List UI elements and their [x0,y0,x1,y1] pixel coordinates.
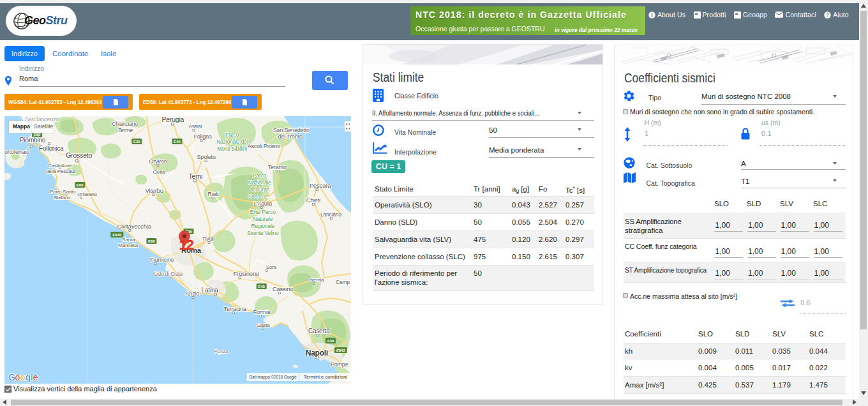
svg-text:G: G [8,372,15,382]
svg-text:E80: E80 [148,239,155,243]
svg-text:Pescara: Pescara [310,182,331,189]
svg-text:Caserta: Caserta [308,327,330,335]
svg-text:Lanciano: Lanciano [320,211,341,218]
svg-text:Sora: Sora [266,264,277,270]
svg-text:Perugia: Perugia [161,116,184,123]
svg-text:Terme: Terme [118,127,133,133]
svg-text:del Tronto: del Tronto [278,133,303,140]
svg-text:e: e [33,372,38,382]
svg-text:Anzio: Anzio [186,290,200,297]
svg-text:Monti Sibillini: Monti Sibillini [217,146,247,152]
svg-text:?: ? [826,12,829,18]
svg-text:E840: E840 [112,233,122,237]
svg-text:E842: E842 [336,349,346,352]
svg-text:Gaeta: Gaeta [257,322,271,328]
svg-text:ortoferraio: ortoferraio [4,149,29,155]
svg-text:Pompe: Pompe [331,361,348,368]
svg-text:Napoli: Napoli [306,349,328,357]
svg-text:Rieti: Rieti [208,191,219,197]
svg-text:Stefano: Stefano [54,195,71,200]
svg-text:E45: E45 [258,285,265,289]
svg-text:Ente Parco: Ente Parco [250,209,276,215]
svg-text:Sirente Velino: Sirente Velino [247,230,279,236]
svg-text:Dati mappa ©2018 Google: Dati mappa ©2018 Google [250,375,297,380]
svg-text:della Pescaia: della Pescaia [46,169,75,174]
svg-text:Tivoli: Tivoli [202,236,215,242]
svg-text:Chieti: Chieti [306,197,320,204]
svg-text:Civita: Civita [153,169,165,175]
svg-text:Regionale: Regionale [251,223,274,229]
svg-text:Civitavecchia: Civitavecchia [117,223,151,230]
svg-text:E80: E80 [77,183,84,187]
svg-text:Fiumicino: Fiumicino [150,257,174,263]
svg-text:Teramo: Teramo [268,164,287,170]
svg-text:Nazionale: Nazionale [248,179,272,186]
svg-text:E45: E45 [174,140,181,144]
svg-text:Orvieto: Orvieto [149,158,167,165]
svg-text:Santa: Santa [122,237,135,243]
svg-text:Spoleto: Spoleto [197,154,216,160]
svg-text:12: 12 [179,237,194,253]
svg-text:Viterbo: Viterbo [145,187,163,194]
svg-text:Naturale: Naturale [253,216,273,222]
svg-text:g: g [26,372,31,382]
svg-text:Isernia: Isernia [310,277,324,283]
svg-text:Frosinone: Frosinone [234,270,259,277]
svg-text:Parco: Parco [225,132,239,138]
svg-text:Latina: Latina [202,287,219,294]
svg-text:Satellite: Satellite [34,124,54,130]
svg-text:Castiglione: Castiglione [48,163,72,169]
svg-text:Mappa: Mappa [13,124,30,130]
svg-text:Grosseto: Grosseto [66,151,92,159]
svg-text:A30: A30 [327,339,334,343]
svg-text:Ascoli Piceno: Ascoli Piceno [248,143,281,149]
svg-text:o: o [15,372,20,382]
svg-text:Orbetello: Orbetello [77,192,97,197]
svg-text:L'Aquila: L'Aquila [254,200,273,207]
svg-text:Termini e condizioni: Termini e condizioni [304,375,347,380]
svg-text:Sasso e...: Sasso e... [248,193,271,200]
svg-text:Terracina: Terracina [224,306,246,312]
svg-text:Cassino: Cassino [273,285,294,292]
svg-text:Foligno: Foligno [194,133,212,140]
svg-text:Ponza: Ponza [214,349,228,354]
svg-text:Lido di Ostia: Lido di Ostia [154,271,183,277]
svg-text:Nazionale dei: Nazionale dei [216,139,248,145]
svg-text:l: l [31,372,33,382]
svg-text:Terni: Terni [189,172,203,180]
svg-text:San Benedetto: San Benedetto [273,127,310,133]
svg-text:E35: E35 [133,140,140,144]
svg-text:Marinella: Marinella [118,243,138,248]
svg-text:Chianciano: Chianciano [112,121,138,127]
svg-text:Porto Santo: Porto Santo [50,189,76,195]
svg-text:Formia: Formia [253,309,271,315]
svg-text:o: o [20,372,26,382]
svg-text:Parco: Parco [253,172,267,179]
svg-text:Piombino: Piombino [20,137,46,144]
svg-text:Camp: Camp [336,279,350,285]
svg-text:Assisi: Assisi [189,123,202,130]
svg-text:Follonica: Follonica [39,145,64,152]
svg-text:del Gran: del Gran [250,186,270,193]
